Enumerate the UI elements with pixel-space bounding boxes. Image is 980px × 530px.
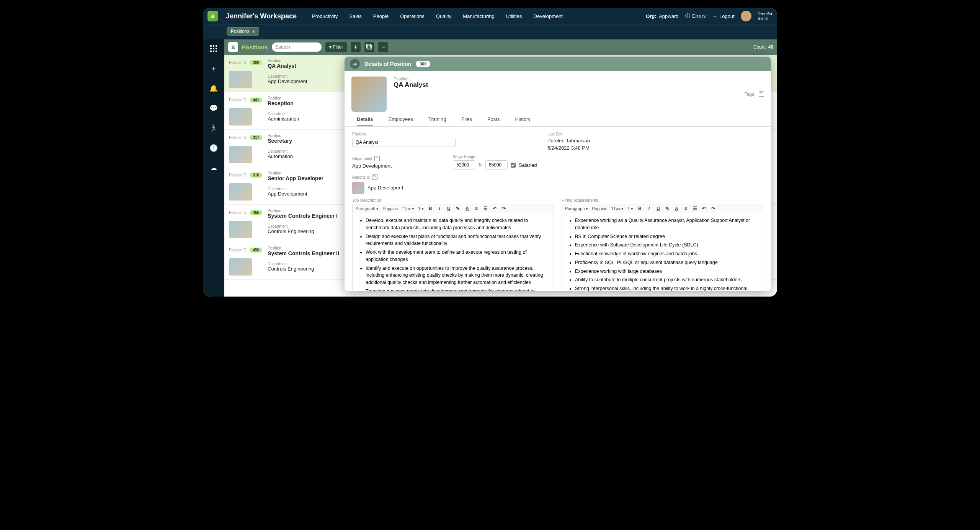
workspace-title: Jennifer's Workspace (226, 12, 297, 20)
para-select[interactable]: Paragraph ▾ (356, 206, 379, 211)
main-nav: Productivity Sales People Operations Qua… (312, 13, 646, 19)
font-select[interactable]: Poppins (592, 206, 607, 211)
user-avatar[interactable] (741, 11, 751, 21)
filter-icon: ▾ (329, 44, 332, 50)
textcolor-icon[interactable]: A (674, 206, 679, 211)
position-image (351, 77, 387, 112)
position-input[interactable] (352, 138, 456, 147)
highlight-icon[interactable]: ✎ (455, 206, 461, 211)
editor-toolbar: Paragraph ▾ Poppins 11px ▾ 1 ▾ B I U ✎ A… (352, 204, 554, 213)
app-window: Jennifer's Workspace Productivity Sales … (203, 8, 777, 297)
bold-icon[interactable]: B (637, 206, 642, 211)
list-title: Positions (242, 44, 268, 51)
add-button[interactable]: + (351, 42, 361, 52)
job-description-editor[interactable]: Develop, execute and maintain all data q… (352, 213, 554, 291)
chat-icon[interactable]: 💬 (209, 104, 218, 113)
apps-icon[interactable] (209, 44, 218, 53)
tags-label: Tags (745, 91, 754, 97)
textcolor-icon[interactable]: A (464, 206, 470, 211)
user-lastname: Sistilli (758, 16, 773, 21)
tab-posts[interactable]: Posts (487, 116, 500, 126)
undo-icon[interactable]: ↶ (701, 206, 707, 211)
highlight-icon[interactable]: ✎ (665, 206, 670, 211)
collapse-icon[interactable]: ➔ (350, 59, 360, 69)
para-select[interactable]: Paragraph ▾ (565, 206, 588, 211)
size-select[interactable]: 11px ▾ (402, 206, 414, 211)
wage-low-input[interactable] (453, 160, 475, 170)
logout-link[interactable]: ← Logout (712, 13, 734, 19)
run-icon[interactable]: 🏃 (209, 124, 218, 133)
hiring-requirements-editor[interactable]: Experience working as a Quality Assuranc… (562, 213, 763, 291)
top-bar: Jennifer's Workspace Productivity Sales … (203, 8, 777, 24)
filter-button[interactable]: ▾Filter (325, 42, 347, 52)
logout-icon: ← (712, 13, 718, 19)
position-name: QA Analyst (394, 81, 428, 89)
remove-button[interactable]: − (378, 42, 388, 52)
tab-employees[interactable]: Employees (389, 116, 413, 126)
add-icon[interactable]: ＋ (209, 64, 218, 73)
list-header: a Positions ▾Filter + ⿻ − Count 40 (224, 39, 777, 55)
clock-icon[interactable]: 🕐 (209, 144, 218, 153)
lineheight-select[interactable]: 1 ▾ (627, 206, 633, 211)
tab-history[interactable]: History (515, 116, 530, 126)
user-firstname: Jennifer (758, 11, 773, 16)
nav-productivity[interactable]: Productivity (312, 13, 338, 19)
tab-training[interactable]: Training (428, 116, 446, 126)
align-icon[interactable]: ≡ (683, 206, 688, 211)
tab-positions[interactable]: Positions✕ (227, 27, 259, 36)
edit-icon[interactable] (759, 91, 764, 97)
nav-people[interactable]: People (373, 13, 389, 19)
salaried-checkbox[interactable] (511, 163, 516, 168)
detail-header: ➔ Details of Position 300 (345, 57, 771, 71)
undo-icon[interactable]: ↶ (492, 206, 497, 211)
count-label: Count (753, 44, 766, 50)
italic-icon[interactable]: I (646, 206, 652, 211)
app-logo-icon[interactable] (207, 11, 218, 21)
detail-tabs: Details Employees Training Files Posts H… (345, 112, 771, 127)
detail-id-pill: 300 (416, 61, 430, 67)
edit-icon[interactable] (374, 156, 380, 161)
lineheight-select[interactable]: 1 ▾ (418, 206, 424, 211)
left-rail: ＋ 🔔 💬 🏃 🕐 ☁ (203, 39, 224, 297)
font-select[interactable]: Poppins (382, 206, 398, 211)
id-pill: 300 (250, 60, 262, 65)
size-select[interactable]: 11px ▾ (611, 206, 624, 211)
underline-icon[interactable]: U (446, 206, 451, 211)
nav-manufacturing[interactable]: Manufacturing (463, 13, 494, 19)
italic-icon[interactable]: I (437, 206, 442, 211)
tab-files[interactable]: Files (461, 116, 472, 126)
redo-icon[interactable]: ↷ (501, 206, 506, 211)
nav-sales[interactable]: Sales (349, 13, 362, 19)
wage-high-input[interactable] (485, 160, 508, 170)
tab-bar: Positions✕ (203, 24, 777, 39)
detail-panel: ➔ Details of Position 300 Position QA An… (345, 57, 771, 291)
redo-icon[interactable]: ↷ (710, 206, 716, 211)
nav-utilities[interactable]: Utilities (506, 13, 522, 19)
bell-icon[interactable]: 🔔 (209, 84, 218, 93)
nav-quality[interactable]: Quality (436, 13, 451, 19)
list-icon[interactable]: ☰ (483, 206, 488, 211)
bold-icon[interactable]: B (428, 206, 433, 211)
search-input[interactable] (272, 42, 322, 52)
underline-icon[interactable]: U (655, 206, 661, 211)
close-icon[interactable]: ✕ (252, 29, 255, 34)
org-value: Appward (659, 13, 678, 19)
nav-operations[interactable]: Operations (400, 13, 425, 19)
count-value: 40 (768, 44, 773, 50)
module-icon[interactable]: a (228, 42, 238, 52)
editor-toolbar: Paragraph ▾ Poppins 11px ▾ 1 ▾ B I U ✎ A… (562, 204, 763, 213)
tab-details[interactable]: Details (357, 116, 373, 126)
org-label: Org: (646, 13, 656, 19)
reports-image (352, 182, 364, 194)
nav-development[interactable]: Development (534, 13, 563, 19)
detail-title: Details of Position (364, 61, 411, 67)
copy-button[interactable]: ⿻ (364, 42, 374, 52)
cloud-icon[interactable]: ☁ (209, 163, 218, 173)
lastedit-time: 5/24/2022 3:48 PM (547, 145, 590, 151)
list-icon[interactable]: ☰ (692, 206, 697, 211)
thumbnail (229, 71, 252, 88)
edit-icon[interactable] (372, 174, 377, 180)
align-icon[interactable]: ≡ (474, 206, 479, 211)
alert-icon: ⓘ (684, 13, 691, 19)
errors-link[interactable]: ⓘ Errors (684, 13, 706, 19)
